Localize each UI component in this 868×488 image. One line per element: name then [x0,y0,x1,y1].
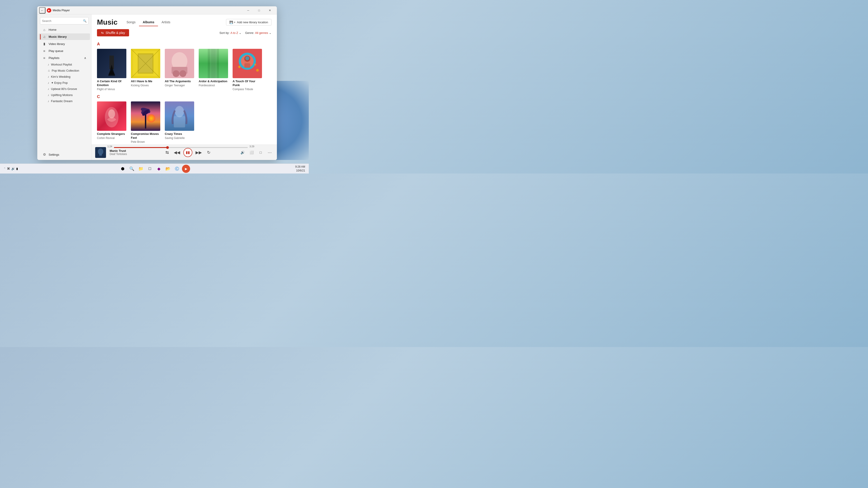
taskbar-left: ⌃ ⌘ 🔊 ▮ [4,167,18,170]
playlist-item-workout[interactable]: ♪ Workout Playlist [39,62,90,67]
search-box[interactable]: 🔍 [40,17,89,24]
album-card-all-arguments[interactable]: All The Arguments Ginger Teenager [165,49,194,91]
close-button[interactable]: ✕ [265,6,275,14]
album-card-complete-strangers[interactable]: Complete Strangers Corbin Revival [97,101,126,143]
app-icon: ▶ [47,8,51,13]
total-time: 3:29 [250,145,254,148]
add-library-button[interactable]: 💾 + Add new library location [226,19,272,26]
progress-thumb [166,146,169,149]
progress-row: 1:24 3:29 [107,145,254,148]
album-card-compromise[interactable]: Compromise Moves Fast Pete Brown [131,101,160,143]
playlist-item-uplifting[interactable]: ♪ Uplifting Motions [39,92,90,98]
svg-rect-48 [99,154,102,156]
file-explorer-button[interactable]: 📁 [137,165,145,173]
volume-icon: 🔊 [11,167,15,170]
playlist-icon-fantastic: ♪ [48,99,49,103]
more-button[interactable]: ⋯ [266,149,273,156]
volume-button[interactable]: 🔊 [239,149,246,156]
playlist-item-pop-music[interactable]: ♫ Pop Music Collection [39,68,90,73]
shuffle-button[interactable]: ⇆ [163,149,170,156]
main-content: Music Songs Albums Artists 💾 + [92,14,277,160]
video-library-icon: ▮ [42,42,46,46]
sidebar-item-video-library[interactable]: ▮ Video library [39,40,90,47]
album-artist-complete-strangers: Corbin Revival [97,136,126,140]
window-controls: ─ □ ✕ [243,6,275,14]
playlists-collapse-icon: ∧ [84,56,86,60]
album-art-certain-kind [97,49,126,78]
sidebar-item-play-queue[interactable]: ≡ Play queue [39,48,90,54]
album-artist-all-arguments: Ginger Teenager [165,84,194,87]
sort-value: A to Z [230,31,238,35]
back-button[interactable]: ← [39,7,45,13]
album-art-ardor [199,49,228,78]
album-artist-compromise: Pete Brown [131,140,160,143]
next-button[interactable]: ▶▶ [195,149,202,156]
album-card-all-i-have[interactable]: All I Have Is Me Kicking Gloves [131,49,160,91]
playlist-item-fantastic[interactable]: ♪ Fantastic Dream [39,98,90,104]
album-card-touch-of-punk[interactable]: A Touch Of Your Punk Compass Tribute [232,49,262,91]
playlist-item-upbeat[interactable]: ♪ Upbeat 80's Groove [39,86,90,92]
play-pause-button[interactable]: ▮▮ [183,148,192,157]
media-player-taskbar[interactable]: ▶ [182,165,190,173]
repeat-button[interactable]: ↻ [205,149,212,156]
prev-button[interactable]: ◀◀ [174,149,181,156]
album-card-crazy-times[interactable]: Crazy Times Saving Gabrielle [165,101,194,143]
player-controls: ⇆ ◀◀ ▮▮ ▶▶ ↻ [141,148,235,157]
app-window: ← ▶ Media Player ─ □ ✕ 🔍 ⌂ Home ♫ Music … [37,6,277,160]
maximize-button[interactable]: □ [254,6,264,14]
album-art-touch-of-punk [232,49,262,78]
genre-value: All genres [255,31,268,35]
taskbar-center: ⬢ 🔍 📁 □ ◆ 📂 Ⓒ ▶ [119,165,190,173]
sidebar-item-settings[interactable]: ⚙ Settings [39,151,90,158]
now-playing-info: Manic Trust Deaf Tortoises [110,149,137,156]
sort-dropdown[interactable]: Sort by: A to Z ⌄ [219,31,242,35]
battery-icon: ▮ [16,167,18,170]
shuffle-play-button[interactable]: ⇆ Shuffle & play [97,29,129,36]
music-library-icon: ♫ [42,35,46,39]
taskbar-date-value: 10/6/21 [295,169,305,173]
playlist-icon-workout: ♪ [48,63,49,66]
edge-button[interactable]: Ⓒ [173,165,181,173]
svg-point-34 [108,109,115,119]
fullscreen-button[interactable]: ⬜ [248,149,255,156]
title-bar: ← ▶ Media Player ─ □ ✕ [37,6,277,14]
album-card-certain-kind[interactable]: A Certain Kind Of Emotion Flight of Venu… [97,49,126,91]
start-button[interactable]: ⬢ [119,165,127,173]
playlist-icon-upbeat: ♪ [48,87,49,91]
playlist-label-uplifting: Uplifting Motions [51,93,73,97]
tab-artists[interactable]: Artists [158,19,174,26]
page-title: Music [97,18,118,26]
playlist-label-kims-wedding: Kim's Wedding [51,75,70,78]
search-taskbar-button[interactable]: 🔍 [128,165,136,173]
miniplayer-button[interactable]: □ [257,149,264,156]
tab-albums[interactable]: Albums [139,19,158,26]
sidebar-spacer [37,104,91,151]
sidebar-item-music-library[interactable]: ♫ Music library [39,33,90,40]
playlist-item-kims-wedding[interactable]: ♪ Kim's Wedding [39,74,90,79]
taskbar-chevron[interactable]: ⌃ [4,167,6,170]
playlist-item-enjoy-pop[interactable]: ♪ ✦ Enjoy Pop [39,80,90,86]
playlist-label-fantastic: Fantastic Dream [51,99,72,103]
playlists-section-header[interactable]: ≡ Playlists ∧ [39,55,90,61]
genre-dropdown[interactable]: Genre: All genres ⌄ [245,31,272,35]
now-playing-artist: Deaf Tortoises [110,153,137,156]
toolbar-row: ⇆ Shuffle & play Sort by: A to Z ⌄ Genre… [92,26,277,36]
tab-songs[interactable]: Songs [123,19,139,26]
search-input[interactable] [42,19,83,23]
genre-label: Genre: [245,31,254,35]
album-card-ardor[interactable]: Ardor & Anticipation Pointlessknot [199,49,228,91]
settings-icon: ⚙ [42,153,46,157]
section-letter-c: C [97,94,272,99]
folders-button[interactable]: 📂 [164,165,172,173]
playlists-icon: ≡ [42,56,46,60]
album-title-touch-of-punk: A Touch Of Your Punk [232,79,262,87]
teams-button[interactable]: ◆ [155,165,163,173]
home-icon: ⌂ [42,28,46,32]
minimize-button[interactable]: ─ [243,6,253,14]
progress-bar[interactable] [114,147,248,148]
svg-point-13 [173,70,180,77]
svg-point-41 [147,114,155,123]
sidebar-item-home[interactable]: ⌂ Home [39,26,90,33]
microsoft-store-button[interactable]: □ [146,165,154,173]
sort-label: Sort by: [219,31,230,35]
